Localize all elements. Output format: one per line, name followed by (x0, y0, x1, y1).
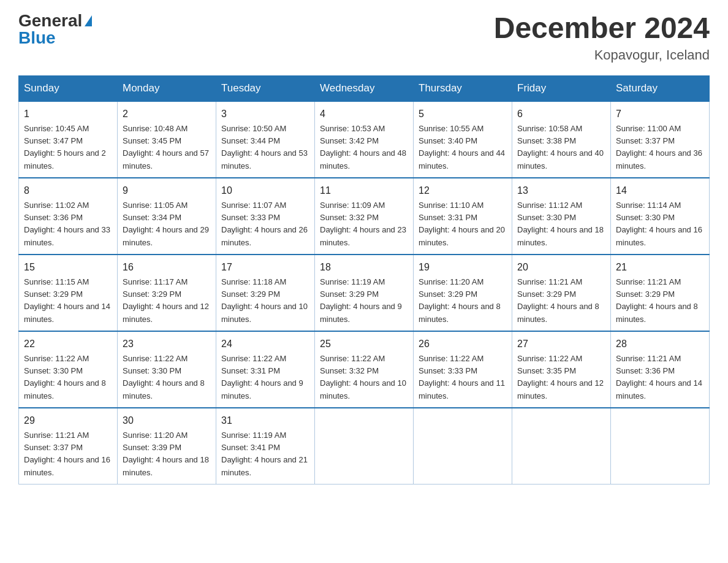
calendar-cell (611, 408, 710, 484)
calendar-cell: 2 Sunrise: 10:48 AMSunset: 3:45 PMDaylig… (118, 101, 216, 178)
calendar-week-2: 8 Sunrise: 11:02 AMSunset: 3:36 PMDaylig… (19, 178, 710, 255)
calendar-cell: 6 Sunrise: 10:58 AMSunset: 3:38 PMDaylig… (512, 101, 611, 178)
day-info: Sunrise: 11:09 AMSunset: 3:32 PMDaylight… (320, 201, 406, 247)
header-sunday: Sunday (19, 75, 118, 101)
day-number: 23 (123, 337, 211, 351)
calendar-cell: 5 Sunrise: 10:55 AMSunset: 3:40 PMDaylig… (414, 101, 512, 178)
logo: General Blue (18, 12, 92, 47)
day-number: 25 (320, 337, 408, 351)
calendar-cell (414, 408, 512, 484)
day-info: Sunrise: 10:48 AMSunset: 3:45 PMDaylight… (123, 124, 209, 170)
day-number: 30 (123, 413, 211, 428)
day-number: 1 (24, 107, 112, 121)
calendar-cell: 22 Sunrise: 11:22 AMSunset: 3:30 PMDayli… (19, 331, 118, 408)
calendar-cell: 24 Sunrise: 11:22 AMSunset: 3:31 PMDayli… (216, 331, 315, 408)
day-info: Sunrise: 11:17 AMSunset: 3:29 PMDaylight… (123, 277, 209, 324)
day-number: 28 (616, 337, 704, 351)
calendar-cell: 8 Sunrise: 11:02 AMSunset: 3:36 PMDaylig… (19, 178, 118, 255)
day-number: 2 (123, 107, 211, 121)
day-number: 22 (24, 337, 112, 351)
day-number: 7 (616, 107, 704, 121)
calendar-cell: 1 Sunrise: 10:45 AMSunset: 3:47 PMDaylig… (19, 101, 118, 178)
day-info: Sunrise: 11:02 AMSunset: 3:36 PMDaylight… (24, 201, 110, 247)
day-number: 16 (123, 260, 211, 275)
day-info: Sunrise: 11:21 AMSunset: 3:36 PMDaylight… (616, 354, 702, 400)
day-number: 9 (123, 183, 211, 198)
header-saturday: Saturday (611, 75, 710, 101)
day-info: Sunrise: 11:14 AMSunset: 3:30 PMDaylight… (616, 201, 702, 247)
calendar-cell: 7 Sunrise: 11:00 AMSunset: 3:37 PMDaylig… (611, 101, 710, 178)
day-info: Sunrise: 10:50 AMSunset: 3:44 PMDaylight… (221, 124, 308, 170)
day-number: 20 (517, 260, 605, 275)
day-info: Sunrise: 11:22 AMSunset: 3:32 PMDaylight… (320, 354, 406, 400)
calendar-cell (315, 408, 414, 484)
day-number: 27 (517, 337, 605, 351)
logo-general-text: General (18, 12, 82, 29)
day-info: Sunrise: 11:20 AMSunset: 3:29 PMDaylight… (419, 277, 501, 324)
calendar-cell: 28 Sunrise: 11:21 AMSunset: 3:36 PMDayli… (611, 331, 710, 408)
day-info: Sunrise: 11:15 AMSunset: 3:29 PMDaylight… (24, 277, 110, 324)
day-info: Sunrise: 10:45 AMSunset: 3:47 PMDaylight… (24, 124, 106, 170)
calendar-cell: 10 Sunrise: 11:07 AMSunset: 3:33 PMDayli… (216, 178, 315, 255)
day-info: Sunrise: 11:07 AMSunset: 3:33 PMDaylight… (221, 201, 308, 247)
month-title: December 2024 (494, 12, 710, 45)
calendar-cell: 14 Sunrise: 11:14 AMSunset: 3:30 PMDayli… (611, 178, 710, 255)
calendar-cell: 20 Sunrise: 11:21 AMSunset: 3:29 PMDayli… (512, 255, 611, 331)
day-info: Sunrise: 11:05 AMSunset: 3:34 PMDaylight… (123, 201, 209, 247)
day-number: 18 (320, 260, 408, 275)
weekday-header-row: Sunday Monday Tuesday Wednesday Thursday… (19, 75, 710, 101)
day-info: Sunrise: 11:21 AMSunset: 3:29 PMDaylight… (616, 277, 698, 324)
day-number: 10 (221, 183, 309, 198)
day-info: Sunrise: 11:00 AMSunset: 3:37 PMDaylight… (616, 124, 702, 170)
day-info: Sunrise: 10:58 AMSunset: 3:38 PMDaylight… (517, 124, 604, 170)
calendar-cell: 12 Sunrise: 11:10 AMSunset: 3:31 PMDayli… (414, 178, 512, 255)
day-number: 31 (221, 413, 309, 428)
calendar-cell: 26 Sunrise: 11:22 AMSunset: 3:33 PMDayli… (414, 331, 512, 408)
calendar-week-5: 29 Sunrise: 11:21 AMSunset: 3:37 PMDayli… (19, 408, 710, 484)
calendar-cell: 23 Sunrise: 11:22 AMSunset: 3:30 PMDayli… (118, 331, 216, 408)
logo-blue-text: Blue (18, 29, 56, 47)
day-info: Sunrise: 11:21 AMSunset: 3:37 PMDaylight… (24, 431, 110, 477)
day-number: 4 (320, 107, 408, 121)
calendar-week-3: 15 Sunrise: 11:15 AMSunset: 3:29 PMDayli… (19, 255, 710, 331)
day-number: 21 (616, 260, 704, 275)
header-wednesday: Wednesday (315, 75, 414, 101)
header-tuesday: Tuesday (216, 75, 315, 101)
day-number: 3 (221, 107, 309, 121)
logo-triangle-icon (85, 15, 92, 26)
page-header: General Blue December 2024 Kopavogur, Ic… (18, 12, 710, 63)
header-thursday: Thursday (414, 75, 512, 101)
day-info: Sunrise: 11:21 AMSunset: 3:29 PMDaylight… (517, 277, 599, 324)
day-number: 12 (419, 183, 507, 198)
day-info: Sunrise: 11:22 AMSunset: 3:31 PMDaylight… (221, 354, 303, 400)
calendar-cell: 17 Sunrise: 11:18 AMSunset: 3:29 PMDayli… (216, 255, 315, 331)
day-info: Sunrise: 11:12 AMSunset: 3:30 PMDaylight… (517, 201, 604, 247)
calendar-cell: 16 Sunrise: 11:17 AMSunset: 3:29 PMDayli… (118, 255, 216, 331)
day-number: 17 (221, 260, 309, 275)
day-number: 14 (616, 183, 704, 198)
calendar-cell: 15 Sunrise: 11:15 AMSunset: 3:29 PMDayli… (19, 255, 118, 331)
calendar-cell: 21 Sunrise: 11:21 AMSunset: 3:29 PMDayli… (611, 255, 710, 331)
calendar-cell: 18 Sunrise: 11:19 AMSunset: 3:29 PMDayli… (315, 255, 414, 331)
calendar-week-4: 22 Sunrise: 11:22 AMSunset: 3:30 PMDayli… (19, 331, 710, 408)
day-info: Sunrise: 11:20 AMSunset: 3:39 PMDaylight… (123, 431, 209, 477)
header-friday: Friday (512, 75, 611, 101)
calendar-cell: 3 Sunrise: 10:50 AMSunset: 3:44 PMDaylig… (216, 101, 315, 178)
calendar-cell: 27 Sunrise: 11:22 AMSunset: 3:35 PMDayli… (512, 331, 611, 408)
calendar-cell: 30 Sunrise: 11:20 AMSunset: 3:39 PMDayli… (118, 408, 216, 484)
header-monday: Monday (118, 75, 216, 101)
day-info: Sunrise: 11:22 AMSunset: 3:30 PMDaylight… (123, 354, 205, 400)
day-info: Sunrise: 11:22 AMSunset: 3:33 PMDaylight… (419, 354, 505, 400)
calendar-week-1: 1 Sunrise: 10:45 AMSunset: 3:47 PMDaylig… (19, 101, 710, 178)
day-info: Sunrise: 11:18 AMSunset: 3:29 PMDaylight… (221, 277, 308, 324)
day-number: 5 (419, 107, 507, 121)
day-number: 19 (419, 260, 507, 275)
day-number: 29 (24, 413, 112, 428)
day-number: 13 (517, 183, 605, 198)
day-info: Sunrise: 11:22 AMSunset: 3:30 PMDaylight… (24, 354, 106, 400)
day-number: 24 (221, 337, 309, 351)
calendar-table: Sunday Monday Tuesday Wednesday Thursday… (18, 75, 710, 484)
day-info: Sunrise: 10:53 AMSunset: 3:42 PMDaylight… (320, 124, 406, 170)
day-number: 15 (24, 260, 112, 275)
calendar-cell (512, 408, 611, 484)
